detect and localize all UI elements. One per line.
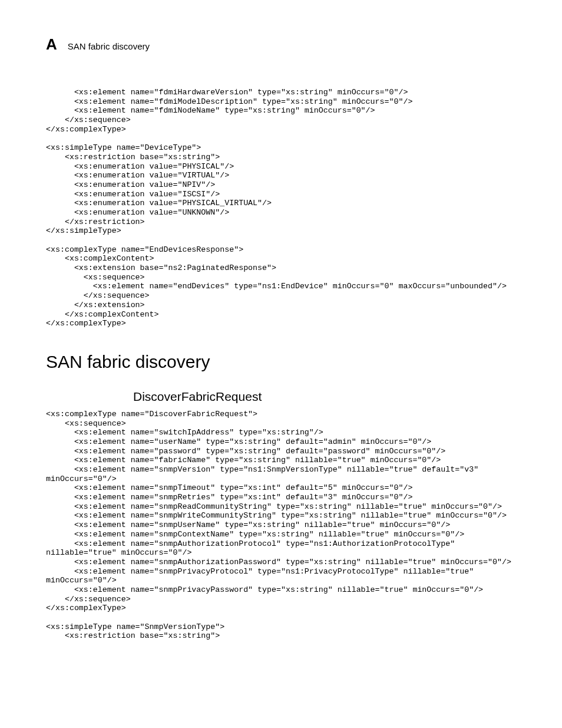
subsection-heading: DiscoverFabricRequest: [133, 390, 516, 404]
header-title: SAN fabric discovery: [68, 41, 150, 51]
code-block-1: <xs:element name="fdmiHardwareVersion" t…: [46, 88, 516, 328]
page-header: A SAN fabric discovery: [46, 35, 516, 54]
appendix-letter: A: [46, 35, 57, 54]
code-block-2: <xs:complexType name="DiscoverFabricRequ…: [46, 410, 516, 641]
document-page: A SAN fabric discovery <xs:element name=…: [0, 0, 562, 676]
section-heading: SAN fabric discovery: [46, 352, 516, 372]
